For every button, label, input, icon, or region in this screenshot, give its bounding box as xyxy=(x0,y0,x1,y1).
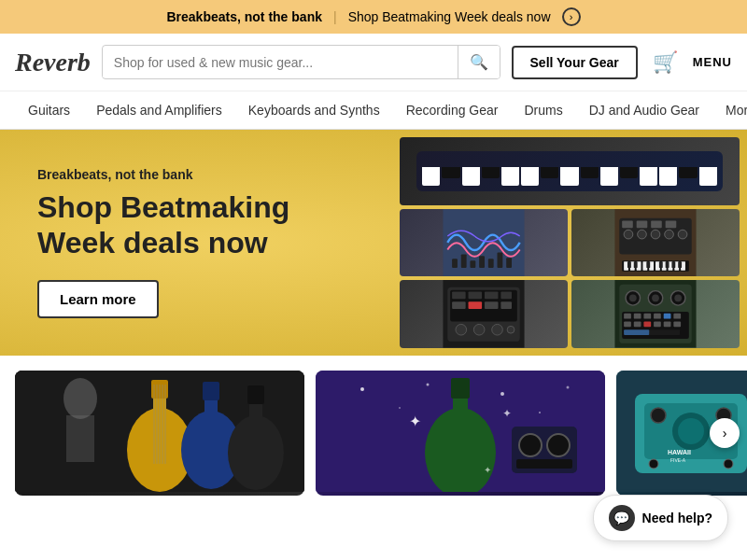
svg-rect-63 xyxy=(643,314,651,319)
banner-arrow[interactable]: › xyxy=(562,7,581,26)
key-3 xyxy=(462,167,480,186)
hero-content: Breakbeats, not the bank Shop Beatmaking… xyxy=(0,130,392,356)
nav-item-keyboards[interactable]: Keyboards and Synths xyxy=(235,91,393,129)
svg-rect-4 xyxy=(479,256,485,268)
svg-point-100 xyxy=(539,412,541,413)
product-card-guitars[interactable] xyxy=(15,371,304,496)
key-12 xyxy=(640,167,657,186)
products-wrapper: ✦ ✦ ✦ HAWAI xyxy=(0,356,747,511)
banner-divider: | xyxy=(333,9,337,24)
menu-button[interactable]: MENU xyxy=(693,55,732,69)
svg-text:✦: ✦ xyxy=(502,407,512,420)
svg-rect-46 xyxy=(485,301,499,309)
svg-text:FIVE-A: FIVE-A xyxy=(670,457,686,463)
svg-rect-41 xyxy=(469,292,483,300)
hero-gear-2 xyxy=(571,280,740,348)
help-icon: 💬 xyxy=(609,505,635,511)
cart-icon[interactable]: 🛒 xyxy=(649,47,682,78)
help-bubble[interactable]: 💬 Need help? xyxy=(593,495,728,511)
nav-item-more[interactable]: More Categories xyxy=(712,91,747,129)
svg-rect-36 xyxy=(678,261,682,268)
key-2 xyxy=(442,167,459,178)
synth-visual xyxy=(416,151,723,192)
svg-rect-6 xyxy=(498,252,503,267)
svg-point-95 xyxy=(360,387,364,391)
hero-synth-2 xyxy=(400,209,568,277)
svg-rect-33 xyxy=(659,261,663,268)
svg-rect-102 xyxy=(453,394,468,445)
products-scroll-arrow[interactable]: › xyxy=(710,418,740,448)
search-input[interactable] xyxy=(103,48,458,77)
svg-point-92 xyxy=(63,378,97,419)
svg-point-96 xyxy=(427,383,430,385)
hero-learn-more-button[interactable]: Learn more xyxy=(37,280,159,318)
svg-rect-68 xyxy=(634,322,641,328)
header: Reverb 🔍 Sell Your Gear 🛒 MENU xyxy=(0,34,747,91)
svg-rect-44 xyxy=(452,301,466,309)
nav-item-dj[interactable]: DJ and Audio Gear xyxy=(576,91,712,129)
synth3-svg xyxy=(571,209,740,277)
hero-synth-3 xyxy=(571,209,740,277)
svg-point-16 xyxy=(651,230,660,239)
svg-rect-84 xyxy=(249,400,262,443)
svg-point-55 xyxy=(629,295,637,302)
gear2-svg xyxy=(571,280,740,348)
svg-rect-103 xyxy=(451,378,470,399)
keyboard-keys xyxy=(422,167,717,186)
svg-rect-74 xyxy=(624,329,649,335)
key-1 xyxy=(422,167,440,186)
svg-text:HAWAII: HAWAII xyxy=(668,449,691,455)
top-banner: Breakbeats, not the bank | Shop Beatmaki… xyxy=(0,0,747,34)
search-button[interactable]: 🔍 xyxy=(458,46,500,78)
svg-point-50 xyxy=(492,325,503,336)
svg-rect-110 xyxy=(516,459,572,469)
key-5 xyxy=(501,167,519,186)
svg-text:✦: ✦ xyxy=(484,465,491,475)
svg-rect-47 xyxy=(500,301,512,309)
svg-point-57 xyxy=(652,295,659,302)
svg-rect-11 xyxy=(637,220,648,228)
svg-point-18 xyxy=(678,230,687,239)
svg-rect-12 xyxy=(651,220,662,228)
svg-rect-93 xyxy=(66,415,94,462)
svg-point-48 xyxy=(456,325,467,336)
nav-item-drums[interactable]: Drums xyxy=(511,91,575,129)
svg-rect-32 xyxy=(646,261,650,268)
svg-point-115 xyxy=(678,418,704,444)
svg-point-97 xyxy=(500,392,504,396)
products-row: ✦ ✦ ✦ HAWAI xyxy=(0,356,747,511)
svg-rect-3 xyxy=(470,260,475,268)
hero-title: Shop Beatmaking Week deals now xyxy=(37,189,355,261)
svg-rect-85 xyxy=(247,385,264,404)
svg-rect-35 xyxy=(671,261,675,268)
svg-rect-62 xyxy=(634,314,641,319)
svg-rect-70 xyxy=(654,322,661,328)
guitars-image xyxy=(15,371,304,492)
key-7 xyxy=(541,167,558,178)
sell-gear-button[interactable]: Sell Your Gear xyxy=(512,46,638,79)
svg-rect-30 xyxy=(627,261,631,268)
svg-rect-45 xyxy=(469,301,483,309)
svg-rect-72 xyxy=(673,322,681,328)
nav-item-pedals[interactable]: Pedals and Amplifiers xyxy=(83,91,235,129)
svg-rect-1 xyxy=(452,259,458,268)
logo[interactable]: Reverb xyxy=(15,48,91,77)
nav-item-guitars[interactable]: Guitars xyxy=(15,91,83,129)
svg-rect-82 xyxy=(203,382,219,400)
svg-point-109 xyxy=(547,434,570,456)
search-icon: 🔍 xyxy=(470,54,488,70)
svg-point-121 xyxy=(724,459,733,469)
key-8 xyxy=(560,167,578,186)
hero-images xyxy=(392,130,747,356)
nav-item-recording[interactable]: Recording Gear xyxy=(393,91,512,129)
banner-link-text[interactable]: Shop Beatmaking Week deals now xyxy=(348,9,551,24)
svg-point-15 xyxy=(638,230,647,239)
key-6 xyxy=(521,167,539,186)
svg-rect-61 xyxy=(624,314,631,319)
svg-point-17 xyxy=(665,230,674,239)
svg-point-108 xyxy=(519,434,542,456)
product-card-purple[interactable]: ✦ ✦ ✦ xyxy=(316,371,605,496)
svg-point-51 xyxy=(507,327,514,334)
key-13 xyxy=(659,167,677,186)
svg-rect-40 xyxy=(452,292,466,300)
